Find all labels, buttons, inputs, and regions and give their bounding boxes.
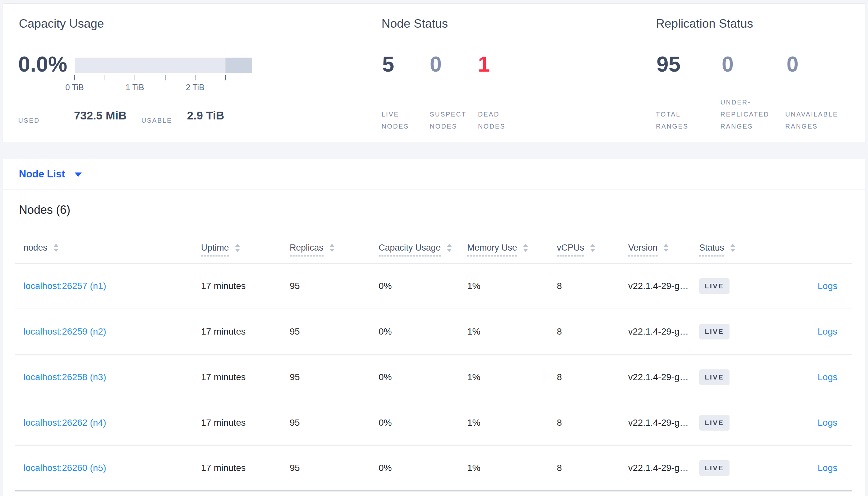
status-badge: LIVE xyxy=(699,415,730,431)
version-cell: v22.1.4-29-g… xyxy=(628,326,699,337)
node-link[interactable]: localhost:26258 (n3) xyxy=(24,372,106,382)
sort-icon xyxy=(590,244,595,252)
column-header-uptime[interactable]: Uptime xyxy=(201,243,290,263)
table-row: localhost:26258 (n3) 17 minutes 95 0% 1%… xyxy=(15,355,852,400)
node-link[interactable]: localhost:26262 (n4) xyxy=(24,418,106,428)
version-cell: v22.1.4-29-g… xyxy=(628,418,699,428)
capacity-axis-tick xyxy=(195,75,195,80)
usable-label: USABLE xyxy=(141,114,173,127)
vcpus-cell: 8 xyxy=(557,281,628,291)
replicas-cell: 95 xyxy=(290,463,379,473)
uptime-cell: 17 minutes xyxy=(201,372,290,383)
column-header-nodes[interactable]: nodes xyxy=(15,243,201,263)
node-list-dropdown[interactable]: Node List xyxy=(3,159,865,189)
nodes-table-panel: Nodes (6) nodes Uptime Replicas Capacity… xyxy=(3,190,865,496)
column-header-capacity-usage[interactable]: Capacity Usage xyxy=(379,243,467,263)
sort-icon xyxy=(663,244,669,252)
sort-icon xyxy=(523,244,528,252)
capacity-usage-cell: 0% xyxy=(379,281,467,291)
status-badge: LIVE xyxy=(699,460,730,476)
table-row: localhost:26260 (n5) 17 minutes 95 0% 1%… xyxy=(15,446,852,492)
vcpus-cell: 8 xyxy=(557,463,628,473)
live-nodes-label: LIVE NODES xyxy=(381,108,425,133)
memory-use-cell: 1% xyxy=(467,281,557,291)
capacity-axis-tick xyxy=(165,75,165,80)
sort-icon xyxy=(329,244,335,252)
capacity-usage-title: Capacity Usage xyxy=(19,17,104,31)
unavailable-ranges-count: 0 xyxy=(787,52,798,77)
node-link[interactable]: localhost:26259 (n2) xyxy=(24,326,106,337)
logs-link[interactable]: Logs xyxy=(818,281,837,291)
sort-icon xyxy=(54,244,59,252)
dead-nodes-count: 1 xyxy=(478,52,490,77)
column-header-version[interactable]: Version xyxy=(628,243,699,263)
memory-use-cell: 1% xyxy=(467,326,557,337)
capacity-usage-cell: 0% xyxy=(379,372,467,383)
logs-link[interactable]: Logs xyxy=(818,326,837,337)
capacity-axis-tick xyxy=(105,75,105,80)
suspect-nodes-label: SUSPECT NODES xyxy=(430,108,477,133)
memory-use-cell: 1% xyxy=(467,372,557,383)
node-list-dropdown-label[interactable]: Node List xyxy=(19,168,65,180)
vcpus-cell: 8 xyxy=(557,418,628,428)
used-value: 732.5 MiB xyxy=(74,109,126,122)
capacity-usage-cell: 0% xyxy=(379,326,467,337)
used-label: USED xyxy=(18,114,40,127)
version-cell: v22.1.4-29-g… xyxy=(628,281,699,291)
node-link[interactable]: localhost:26260 (n5) xyxy=(24,463,106,473)
logs-link[interactable]: Logs xyxy=(818,463,837,473)
under-replicated-ranges-label: UNDER-REPLICATED RANGES xyxy=(720,96,785,133)
capacity-tick-label-0: 0 TiB xyxy=(55,83,94,92)
memory-use-cell: 1% xyxy=(467,463,557,473)
sort-icon xyxy=(235,244,240,252)
capacity-axis-tick xyxy=(74,75,75,80)
sort-icon xyxy=(447,244,452,252)
column-header-status[interactable]: Status xyxy=(699,243,789,263)
total-ranges-label: TOTAL RANGES xyxy=(656,108,708,133)
live-nodes-count: 5 xyxy=(382,52,394,77)
replicas-cell: 95 xyxy=(290,281,379,291)
vcpus-cell: 8 xyxy=(557,326,628,337)
capacity-bar-light-segment xyxy=(75,58,225,73)
capacity-axis-tick xyxy=(135,75,135,80)
total-ranges-count: 95 xyxy=(657,52,680,77)
under-replicated-ranges-count: 0 xyxy=(722,52,734,77)
capacity-usage-cell: 0% xyxy=(379,463,467,473)
capacity-bar-dark-segment xyxy=(225,58,252,73)
status-badge: LIVE xyxy=(699,278,730,294)
version-cell: v22.1.4-29-g… xyxy=(628,372,699,383)
capacity-usage-percent: 0.0% xyxy=(18,52,67,77)
cluster-summary-panel: Capacity Usage 0.0% 0 TiB 1 TiB 2 TiB US… xyxy=(3,3,865,142)
unavailable-ranges-label: UNAVAILABLE RANGES xyxy=(785,108,854,133)
cluster-overview-page: Capacity Usage 0.0% 0 TiB 1 TiB 2 TiB US… xyxy=(0,0,868,496)
uptime-cell: 17 minutes xyxy=(201,326,290,337)
table-row: localhost:26259 (n2) 17 minutes 95 0% 1%… xyxy=(15,309,852,355)
usable-value: 2.9 TiB xyxy=(187,109,224,122)
table-row: localhost:26257 (n1) 17 minutes 95 0% 1%… xyxy=(15,264,852,309)
node-status-title: Node Status xyxy=(381,17,448,31)
dead-nodes-label: DEAD NODES xyxy=(478,108,525,133)
column-header-logs-empty xyxy=(789,257,852,263)
uptime-cell: 17 minutes xyxy=(201,281,290,291)
replicas-cell: 95 xyxy=(290,418,379,428)
table-row: localhost:26262 (n4) 17 minutes 95 0% 1%… xyxy=(15,400,852,446)
version-cell: v22.1.4-29-g… xyxy=(628,463,699,473)
column-header-replicas[interactable]: Replicas xyxy=(290,243,379,263)
vcpus-cell: 8 xyxy=(557,372,628,383)
capacity-usage-bar xyxy=(75,58,252,73)
memory-use-cell: 1% xyxy=(467,418,557,428)
column-header-vcpus[interactable]: vCPUs xyxy=(557,243,628,263)
nodes-table-header-row: nodes Uptime Replicas Capacity Usage Mem… xyxy=(15,227,852,264)
capacity-tick-label-2: 2 TiB xyxy=(176,83,215,92)
chevron-down-icon xyxy=(75,172,82,177)
logs-link[interactable]: Logs xyxy=(818,372,837,382)
column-header-memory-use[interactable]: Memory Use xyxy=(467,243,557,263)
status-badge: LIVE xyxy=(699,324,730,339)
logs-link[interactable]: Logs xyxy=(818,418,837,428)
nodes-heading: Nodes (6) xyxy=(19,203,865,217)
uptime-cell: 17 minutes xyxy=(201,463,290,473)
node-link[interactable]: localhost:26257 (n1) xyxy=(24,281,106,291)
replication-status-title: Replication Status xyxy=(656,17,753,31)
suspect-nodes-count: 0 xyxy=(430,52,442,77)
capacity-usage-cell: 0% xyxy=(379,418,467,428)
